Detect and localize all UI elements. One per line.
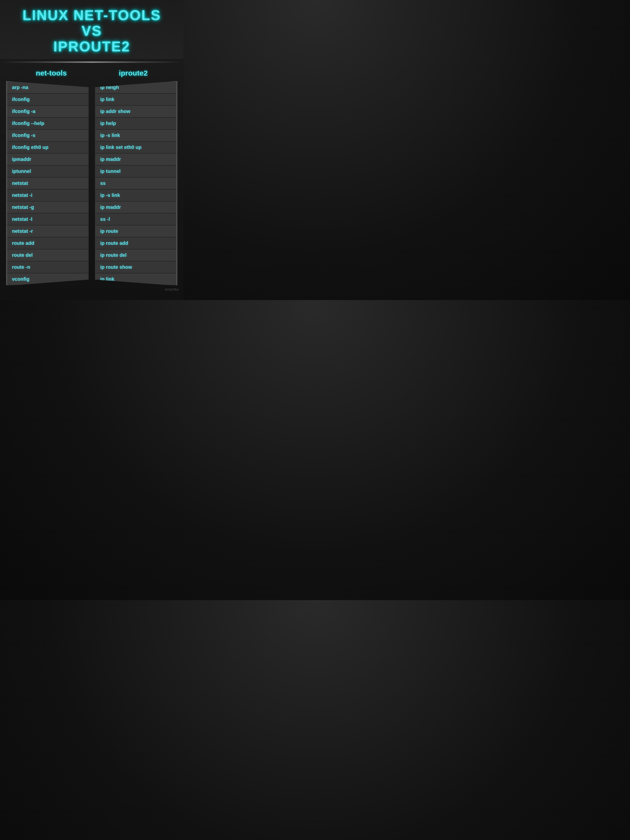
- title-line3: IPROUTE2: [53, 38, 130, 54]
- table-row-left-15: route -n: [7, 261, 88, 273]
- table-row-right-1: ip link: [95, 94, 177, 106]
- table-row-left-8: netstat: [7, 178, 88, 189]
- table-row-right-4: ip -s link: [95, 129, 177, 142]
- table-row-right-5: ip link set eth0 up: [95, 142, 177, 153]
- title-line2: VS: [81, 23, 102, 39]
- column-headers: net-tools iproute2: [0, 63, 184, 81]
- main-title: LINUX NET-TOOLS VS IPROUTE2: [5, 7, 179, 54]
- table-row-right-7: ip tunnel: [95, 166, 177, 178]
- page: LINUX NET-TOOLS VS IPROUTE2 net-tools ip…: [0, 0, 184, 300]
- table-row-right-14: ip route del: [95, 249, 177, 261]
- table-row-right-3: ip help: [95, 118, 177, 129]
- header: LINUX NET-TOOLS VS IPROUTE2: [0, 0, 184, 59]
- table-row-right-2: ip addr show: [95, 106, 177, 118]
- table-row-left-10: netstat -g: [7, 202, 88, 213]
- table-row-left-11: netstat -l: [7, 213, 88, 226]
- table-row-right-0: ip neigh: [95, 82, 177, 94]
- table-row-right-16: ip link: [95, 273, 177, 285]
- left-column-header: net-tools: [36, 69, 67, 77]
- table-row-right-6: ip maddr: [95, 153, 177, 166]
- table-row-left-2: ifconfig -a: [7, 106, 88, 118]
- table-row-left-4: ifconfig -s: [7, 129, 88, 142]
- table-row-left-1: ifconfig: [7, 94, 88, 106]
- right-column-panel: ip neighip linkip addr showip helpip -s …: [95, 81, 177, 286]
- right-column-header: iproute2: [119, 69, 147, 77]
- brand-label: SYSXTRA: [165, 288, 179, 292]
- table-row-left-7: iptunnel: [7, 166, 88, 178]
- left-column-panel: arp -naifconfigifconfig -aifconfig --hel…: [6, 81, 89, 286]
- table-row-right-8: ss: [95, 178, 177, 189]
- table-row-right-12: ip route: [95, 226, 177, 237]
- footer: SYSXTRA: [0, 286, 184, 293]
- table-wrapper: arp -naifconfigifconfig -aifconfig --hel…: [0, 81, 184, 286]
- table-row-left-0: arp -na: [7, 82, 88, 94]
- table-row-right-13: ip route add: [95, 237, 177, 249]
- table-row-left-14: route del: [7, 249, 88, 261]
- table-row-left-9: netstat -i: [7, 189, 88, 202]
- table-row-left-5: ifconfig eth0 up: [7, 142, 88, 153]
- title-line1: LINUX NET-TOOLS: [22, 7, 161, 23]
- table-row-left-12: netstat -r: [7, 226, 88, 237]
- table-row-left-6: ipmaddr: [7, 153, 88, 166]
- table-row-left-3: ifconfig --help: [7, 118, 88, 129]
- table-row-right-10: ip maddr: [95, 202, 177, 213]
- table-row-right-15: ip route show: [95, 261, 177, 273]
- table-row-left-16: vconfig: [7, 273, 88, 285]
- table-row-left-13: route add: [7, 237, 88, 249]
- table-row-right-9: ip -s link: [95, 189, 177, 202]
- table-row-right-11: ss -l: [95, 213, 177, 226]
